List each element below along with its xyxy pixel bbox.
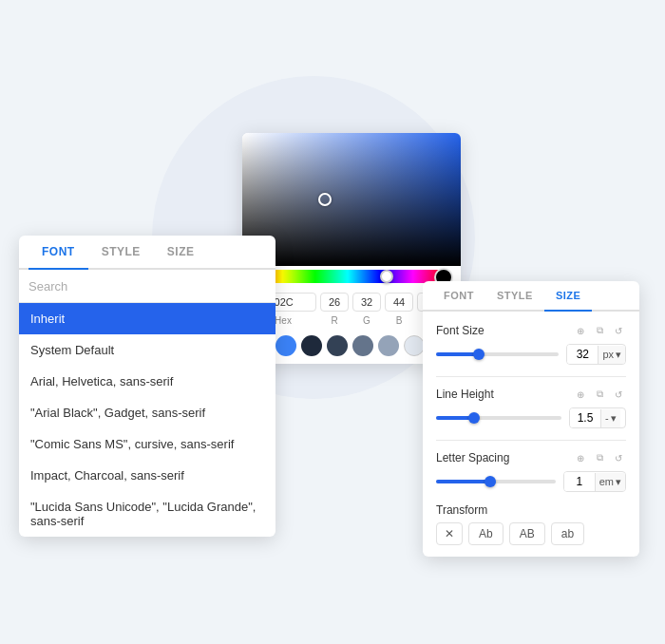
letter-spacing-input-group: em ▾ <box>563 471 626 492</box>
letter-spacing-responsive-icon[interactable]: ⊕ <box>573 450 588 465</box>
swatch-light-gray[interactable] <box>378 335 399 356</box>
letter-spacing-row: Letter Spacing ⊕ ⧉ ↺ em ▾ <box>436 450 626 492</box>
font-size-responsive-icon[interactable]: ⊕ <box>573 323 588 338</box>
letter-spacing-header: Letter Spacing ⊕ ⧉ ↺ <box>436 450 626 465</box>
size-tab-font[interactable]: FONT <box>432 281 485 310</box>
line-height-input[interactable] <box>570 408 600 427</box>
transform-uppercase-button[interactable]: AB <box>509 522 545 545</box>
font-item-inherit[interactable]: Inherit <box>19 303 276 334</box>
font-size-unit[interactable]: px ▾ <box>598 346 625 364</box>
font-item-system-default[interactable]: System Default <box>19 334 276 366</box>
r-label: R <box>320 315 349 326</box>
font-size-input-group: px ▾ <box>566 344 626 365</box>
line-height-icons: ⊕ ⧉ ↺ <box>573 387 626 402</box>
letter-spacing-input[interactable] <box>564 472 595 491</box>
font-size-copy-icon[interactable]: ⧉ <box>592 323 607 338</box>
font-item-lucida[interactable]: "Lucida Sans Unicode", "Lucida Grande", … <box>19 491 276 537</box>
g-label: G <box>352 315 381 326</box>
font-item-arial-black[interactable]: "Arial Black", Gadget, sans-serif <box>19 397 276 428</box>
size-panel-tabs: FONT STYLE SIZE <box>423 281 639 312</box>
transform-row: Transform ✕ Ab AB ab <box>436 503 626 545</box>
b-label: B <box>385 315 413 326</box>
line-height-slider[interactable] <box>436 416 561 420</box>
line-height-input-group: - ▾ <box>569 407 626 428</box>
line-height-copy-icon[interactable]: ⧉ <box>592 387 607 402</box>
transform-lowercase-button[interactable]: ab <box>551 522 584 545</box>
divider-2 <box>436 440 626 441</box>
size-panel-body: Font Size ⊕ ⧉ ↺ px ▾ <box>423 312 639 557</box>
letter-spacing-slider[interactable] <box>436 480 556 483</box>
tab-font[interactable]: FONT <box>28 236 88 268</box>
font-size-slider-row: px ▾ <box>436 344 626 365</box>
letter-spacing-unit[interactable]: em ▾ <box>595 473 625 491</box>
transform-capitalize-button[interactable]: Ab <box>468 522 504 545</box>
font-item-comic-sans[interactable]: "Comic Sans MS", cursive, sans-serif <box>19 428 276 460</box>
b-input[interactable] <box>385 293 413 312</box>
swatch-slate[interactable] <box>327 335 348 356</box>
font-list: Inherit System Default Arial, Helvetica,… <box>19 303 276 537</box>
hue-thumb[interactable] <box>380 270 393 283</box>
transform-buttons: ✕ Ab AB ab <box>436 522 626 545</box>
letter-spacing-label: Letter Spacing <box>436 451 509 464</box>
line-height-unit[interactable]: - ▾ <box>600 409 620 427</box>
swatch-light-blue[interactable] <box>276 335 296 356</box>
line-height-label: Line Height <box>436 388 494 401</box>
r-input[interactable] <box>320 293 349 312</box>
swatch-very-light-gray[interactable] <box>404 335 425 356</box>
line-height-responsive-icon[interactable]: ⊕ <box>573 387 588 402</box>
line-height-row: Line Height ⊕ ⧉ ↺ - ▾ <box>436 387 626 428</box>
font-search-container <box>19 270 276 303</box>
font-item-impact[interactable]: Impact, Charcoal, sans-serif <box>19 460 276 491</box>
font-size-icons: ⊕ ⧉ ↺ <box>573 323 626 338</box>
line-height-slider-row: - ▾ <box>436 407 626 428</box>
letter-spacing-slider-row: em ▾ <box>436 471 626 492</box>
font-size-slider[interactable] <box>436 352 559 356</box>
swatch-dark-navy[interactable] <box>301 335 322 356</box>
font-panel-tabs: FONT STYLE SIZE <box>19 236 276 270</box>
letter-spacing-icons: ⊕ ⧉ ↺ <box>573 450 626 465</box>
tab-size[interactable]: SIZE <box>154 236 208 268</box>
font-size-input[interactable] <box>567 345 598 364</box>
line-height-header: Line Height ⊕ ⧉ ↺ <box>436 387 626 402</box>
divider-1 <box>436 376 626 377</box>
size-tab-style[interactable]: STYLE <box>485 281 544 310</box>
font-panel: FONT STYLE SIZE Inherit System Default A… <box>19 236 276 537</box>
font-item-arial[interactable]: Arial, Helvetica, sans-serif <box>19 366 276 397</box>
tab-style[interactable]: STYLE <box>88 236 154 268</box>
font-size-row: Font Size ⊕ ⧉ ↺ px ▾ <box>436 323 626 365</box>
letter-spacing-copy-icon[interactable]: ⧉ <box>592 450 607 465</box>
letter-spacing-slider-thumb[interactable] <box>484 476 496 487</box>
search-input[interactable] <box>28 279 266 294</box>
size-tab-size[interactable]: SIZE <box>544 281 592 310</box>
size-panel: FONT STYLE SIZE Font Size ⊕ ⧉ ↺ <box>423 281 639 557</box>
line-height-slider-thumb[interactable] <box>468 412 480 424</box>
font-size-label: Font Size <box>436 324 484 337</box>
transform-label: Transform <box>436 503 626 517</box>
line-height-reset-icon[interactable]: ↺ <box>611 387 626 402</box>
font-size-reset-icon[interactable]: ↺ <box>611 323 626 338</box>
font-size-header: Font Size ⊕ ⧉ ↺ <box>436 323 626 338</box>
g-input[interactable] <box>352 293 381 312</box>
color-cursor[interactable] <box>318 193 332 206</box>
letter-spacing-reset-icon[interactable]: ↺ <box>611 450 626 465</box>
hue-bar[interactable] <box>250 270 446 283</box>
swatch-gray[interactable] <box>352 335 373 356</box>
letter-spacing-slider-fill <box>436 480 490 483</box>
font-size-slider-thumb[interactable] <box>473 349 484 360</box>
transform-none-button[interactable]: ✕ <box>436 522 463 545</box>
